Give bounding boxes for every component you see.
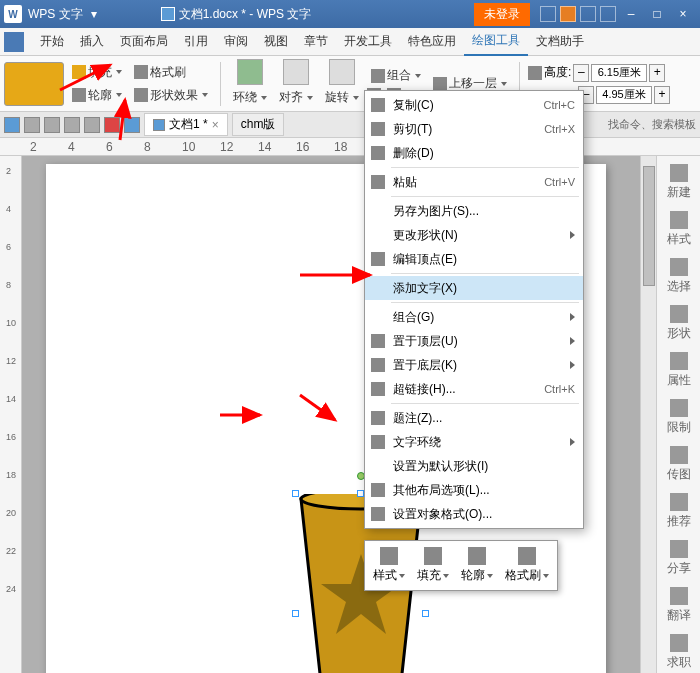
wps-logo-icon[interactable]: [104, 117, 120, 133]
app-menu-dropdown[interactable]: ▾: [87, 0, 101, 28]
tab-审阅[interactable]: 审阅: [216, 28, 256, 56]
分享-icon: [670, 540, 688, 558]
ctx-添加文字(X)[interactable]: 添加文字(X): [365, 276, 583, 300]
preview-icon[interactable]: [44, 117, 60, 133]
group-button[interactable]: 组合: [367, 65, 425, 86]
ctx-copy[interactable]: 复制(C)Ctrl+C: [365, 93, 583, 117]
fill-button[interactable]: 填充: [68, 62, 126, 83]
save-icon[interactable]: [4, 117, 20, 133]
cloud-icon[interactable]: [580, 6, 596, 22]
handle-tl[interactable]: [292, 490, 299, 497]
mini-轮廓[interactable]: 轮廓: [455, 543, 499, 588]
tab-绘图工具[interactable]: 绘图工具: [464, 28, 528, 56]
height-plus[interactable]: +: [649, 64, 665, 82]
tab-视图[interactable]: 视图: [256, 28, 296, 56]
help-icon[interactable]: [600, 6, 616, 22]
redo-icon[interactable]: [84, 117, 100, 133]
tab-开发工具[interactable]: 开发工具: [336, 28, 400, 56]
format-icon: [371, 507, 385, 521]
mini-填充[interactable]: 填充: [411, 543, 455, 588]
align-icon: [283, 59, 309, 85]
front-icon: [371, 334, 385, 348]
求职-icon: [670, 634, 688, 652]
ctx-组合(G)[interactable]: 组合(G): [365, 305, 583, 329]
close-tab-icon[interactable]: ×: [212, 118, 219, 132]
rotate-button[interactable]: 旋转: [321, 87, 363, 108]
outline-button[interactable]: 轮廓: [68, 85, 126, 106]
ctx-format[interactable]: 设置对象格式(O)...: [365, 502, 583, 526]
ctx-设置为默认形状(I)[interactable]: 设置为默认形状(I): [365, 454, 583, 478]
ctx-paste[interactable]: 粘贴Ctrl+V: [365, 170, 583, 194]
tab-文档助手[interactable]: 文档助手: [528, 28, 592, 56]
ctx-caption[interactable]: 题注(Z)...: [365, 406, 583, 430]
sidebar-形状[interactable]: 形状: [667, 305, 691, 342]
print-icon[interactable]: [24, 117, 40, 133]
close-button[interactable]: ×: [670, 4, 696, 24]
shape-effect-button[interactable]: 形状效果: [130, 85, 212, 106]
sidebar-选择[interactable]: 选择: [667, 258, 691, 295]
sidebar-推荐[interactable]: 推荐: [667, 493, 691, 530]
app-name: WPS 文字: [28, 6, 83, 23]
shape-preview[interactable]: [4, 62, 64, 106]
ruler-horizontal[interactable]: 24681012141618202224262830: [0, 138, 700, 156]
mini-样式[interactable]: 样式: [367, 543, 411, 588]
ctx-delete[interactable]: 删除(D): [365, 141, 583, 165]
ctx-front[interactable]: 置于顶层(U): [365, 329, 583, 353]
sidebar-传图[interactable]: 传图: [667, 446, 691, 483]
height-icon: [528, 66, 542, 80]
ctx-更改形状(N)[interactable]: 更改形状(N): [365, 223, 583, 247]
sidebar-求职[interactable]: 求职: [667, 634, 691, 671]
height-input[interactable]: [591, 64, 647, 82]
handle-tm[interactable]: [357, 490, 364, 497]
tab-引用[interactable]: 引用: [176, 28, 216, 56]
tab-页面布局[interactable]: 页面布局: [112, 28, 176, 56]
tab-开始[interactable]: 开始: [32, 28, 72, 56]
doc-tab-2[interactable]: chm版: [232, 113, 285, 136]
feedback-icon[interactable]: [560, 6, 576, 22]
ctx-edit-points[interactable]: 编辑顶点(E): [365, 247, 583, 271]
sidebar-属性[interactable]: 属性: [667, 352, 691, 389]
新建-icon: [670, 164, 688, 182]
sidebar-限制[interactable]: 限制: [667, 399, 691, 436]
sidebar-翻译[interactable]: 翻译: [667, 587, 691, 624]
cloud-sync-icon[interactable]: [124, 117, 140, 133]
sidebar-样式[interactable]: 样式: [667, 211, 691, 248]
tab-插入[interactable]: 插入: [72, 28, 112, 56]
skin-icon[interactable]: [540, 6, 556, 22]
edit-points-icon: [371, 252, 385, 266]
width-plus[interactable]: +: [654, 86, 670, 104]
maximize-button[interactable]: □: [644, 4, 670, 24]
handle-ml[interactable]: [292, 610, 299, 617]
minimize-button[interactable]: –: [618, 4, 644, 24]
search-hint[interactable]: 找命令、搜索模板: [608, 117, 696, 132]
wrap-icon: [371, 435, 385, 449]
align-button[interactable]: 对齐: [275, 87, 317, 108]
cut-icon: [371, 122, 385, 136]
属性-icon: [670, 352, 688, 370]
wrap-button[interactable]: 环绕: [229, 87, 271, 108]
doc-tab-1[interactable]: 文档1 * ×: [144, 113, 228, 136]
scrollbar-thumb[interactable]: [643, 166, 655, 286]
login-button[interactable]: 未登录: [474, 3, 530, 26]
mini-格式刷[interactable]: 格式刷: [499, 543, 555, 588]
ctx-link[interactable]: 超链接(H)...Ctrl+K: [365, 377, 583, 401]
ctx-wrap[interactable]: 文字环绕: [365, 430, 583, 454]
ruler-vertical[interactable]: 24681012141618202224: [0, 156, 22, 673]
tab-特色应用[interactable]: 特色应用: [400, 28, 464, 56]
ctx-layout[interactable]: 其他布局选项(L)...: [365, 478, 583, 502]
tab-章节[interactable]: 章节: [296, 28, 336, 56]
ctx-back[interactable]: 置于底层(K): [365, 353, 583, 377]
file-menu-icon[interactable]: [4, 32, 24, 52]
format-painter-button[interactable]: 格式刷: [130, 62, 212, 83]
width-input[interactable]: [596, 86, 652, 104]
ctx-另存为图片(S)...[interactable]: 另存为图片(S)...: [365, 199, 583, 223]
ctx-cut[interactable]: 剪切(T)Ctrl+X: [365, 117, 583, 141]
undo-icon[interactable]: [64, 117, 80, 133]
height-minus[interactable]: –: [573, 64, 589, 82]
scrollbar-vertical[interactable]: [640, 156, 656, 673]
layout-icon: [371, 483, 385, 497]
handle-mr[interactable]: [422, 610, 429, 617]
sidebar-分享[interactable]: 分享: [667, 540, 691, 577]
paste-icon: [371, 175, 385, 189]
sidebar-新建[interactable]: 新建: [667, 164, 691, 201]
